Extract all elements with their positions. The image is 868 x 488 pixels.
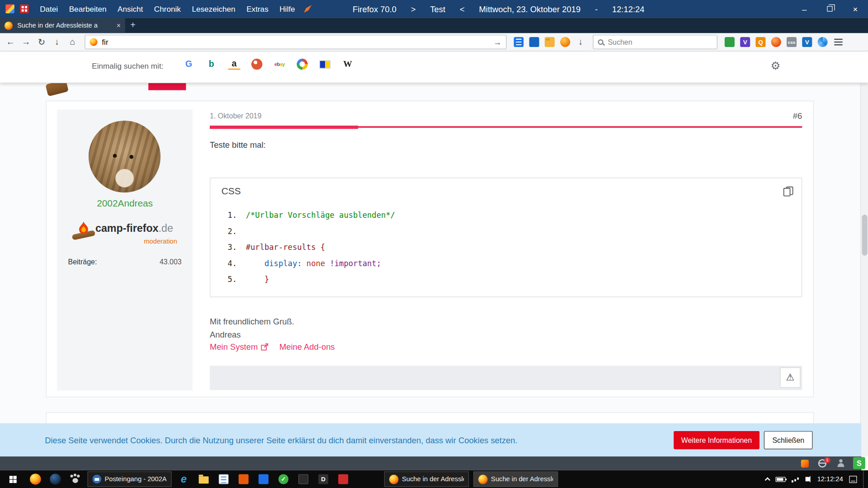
save-page-button[interactable]: ↓ bbox=[49, 34, 65, 50]
app-red-grid-icon[interactable] bbox=[20, 5, 29, 14]
taskbar-firefox-pinned[interactable] bbox=[25, 470, 45, 488]
battery-icon[interactable] bbox=[776, 477, 786, 482]
vertical-scrollbar[interactable] bbox=[860, 83, 868, 457]
post-text: Teste bitte mal: bbox=[210, 140, 266, 150]
tab-active[interactable]: Suche in der Adressleiste a × bbox=[0, 18, 125, 33]
blue-v-icon: V bbox=[802, 37, 812, 47]
screen: Datei Bearbeiten Ansicht Chronik Lesezei… bbox=[0, 0, 868, 488]
bookmarks-folder-button[interactable] bbox=[526, 34, 542, 50]
volume-icon[interactable] bbox=[806, 477, 809, 482]
sidebar-toggle-button[interactable] bbox=[511, 34, 526, 50]
scrollbar-thumb[interactable] bbox=[862, 215, 868, 256]
downloads-button[interactable]: ↓ bbox=[573, 34, 588, 50]
taskbar-media[interactable] bbox=[254, 470, 274, 488]
start-button[interactable] bbox=[0, 470, 25, 488]
css-badge-icon: css bbox=[787, 37, 797, 47]
gear-icon[interactable]: ⚙ bbox=[771, 59, 781, 72]
footer-orange-icon[interactable] bbox=[801, 460, 809, 468]
menu-datei[interactable]: Datei bbox=[34, 0, 64, 18]
menu-extras[interactable]: Extras bbox=[241, 0, 274, 18]
taskbar-office[interactable] bbox=[234, 470, 254, 488]
menu-chronik[interactable]: Chronik bbox=[149, 0, 187, 18]
line-number: 3. bbox=[210, 243, 237, 252]
app-flag-icon[interactable] bbox=[5, 5, 14, 14]
link-text: Meine Add-ons bbox=[279, 342, 335, 352]
search-engine-circle-icon[interactable] bbox=[296, 58, 308, 70]
taskbar-dictionary[interactable]: D bbox=[313, 470, 333, 488]
back-button[interactable]: ← bbox=[3, 34, 18, 50]
search-engine-leo-icon[interactable] bbox=[319, 58, 331, 70]
menu-ansicht[interactable]: Ansicht bbox=[112, 0, 149, 18]
ext-css-button[interactable]: css bbox=[784, 34, 799, 50]
taskbar-mail-window[interactable]: Posteingang - 2002An... bbox=[87, 471, 171, 487]
search-engine-bing-icon[interactable]: b bbox=[205, 58, 217, 70]
taskbar-dark-app[interactable] bbox=[45, 470, 65, 488]
ie-icon: e bbox=[181, 473, 187, 485]
orange-q-icon: Q bbox=[755, 37, 765, 47]
cookie-info-button[interactable]: Weitere Informationen bbox=[674, 431, 760, 449]
search-engine-wikipedia-icon[interactable]: W bbox=[342, 58, 354, 70]
tray-expand-icon[interactable] bbox=[765, 477, 770, 483]
ext-v-button[interactable]: V bbox=[737, 34, 753, 50]
user-icon[interactable] bbox=[837, 459, 844, 467]
go-arrow-icon[interactable]: → bbox=[493, 38, 501, 47]
title-time: 12:12:24 bbox=[612, 4, 644, 14]
tray-clock[interactable]: 12:12:24 bbox=[817, 475, 843, 483]
taskbar-dark-tool[interactable] bbox=[293, 470, 313, 488]
search-engine-ebay-icon[interactable]: ebay bbox=[274, 58, 286, 70]
action-center-icon[interactable] bbox=[849, 475, 857, 483]
ext-fox-button[interactable] bbox=[769, 34, 784, 50]
mein-system-link[interactable]: Mein System bbox=[210, 342, 268, 352]
restore-button[interactable] bbox=[817, 0, 842, 18]
home-button[interactable]: ⌂ bbox=[65, 34, 80, 50]
search-bar[interactable]: Suchen bbox=[593, 35, 717, 49]
screenshot-tool-icon[interactable]: S bbox=[853, 457, 865, 469]
ext-v2-button[interactable]: V bbox=[799, 34, 815, 50]
minimize-button[interactable]: – bbox=[792, 0, 817, 18]
taskbar-editor[interactable] bbox=[214, 470, 234, 488]
taskbar-paw-app[interactable] bbox=[65, 470, 85, 488]
author-name[interactable]: 2002Andreas bbox=[57, 198, 193, 209]
open-folder-button[interactable] bbox=[542, 34, 557, 50]
taskbar-red-app[interactable] bbox=[333, 470, 353, 488]
search-engine-duckduckgo-icon[interactable] bbox=[251, 58, 263, 70]
forward-button[interactable]: → bbox=[18, 34, 33, 50]
taskbar-ie[interactable]: e bbox=[174, 470, 193, 488]
ext-swirl-button[interactable] bbox=[815, 34, 830, 50]
firefox-icon bbox=[30, 474, 41, 484]
menu-button[interactable] bbox=[830, 34, 846, 50]
reload-button[interactable]: ↻ bbox=[34, 34, 49, 50]
ext-q-button[interactable]: Q bbox=[753, 34, 768, 50]
cookie-close-button[interactable]: Schließen bbox=[764, 431, 813, 449]
site-tld: .de bbox=[159, 222, 173, 234]
navigation-toolbar: ← → ↻ ↓ ⌂ fir → ↓ Suchen V Q css V bbox=[0, 33, 868, 51]
search-engine-amazon-icon[interactable]: a bbox=[228, 59, 240, 70]
menu-hilfe[interactable]: Hilfe bbox=[274, 0, 301, 18]
partial-site-logo bbox=[45, 83, 69, 97]
url-bar[interactable]: fir → bbox=[85, 35, 506, 49]
extension-orange-button[interactable] bbox=[557, 34, 573, 50]
avatar[interactable] bbox=[89, 121, 160, 192]
taskbar-firefox-window-2[interactable]: Suche in der Adresslei... bbox=[473, 471, 558, 487]
search-icon bbox=[598, 39, 603, 45]
taskbar-explorer[interactable] bbox=[194, 470, 214, 488]
taskbar-antivirus[interactable]: ✓ bbox=[274, 470, 293, 488]
url-input[interactable]: fir bbox=[102, 38, 493, 47]
taskbar-firefox-window-1[interactable]: Suche in der Adresslei... bbox=[384, 471, 469, 487]
partial-nav-highlight bbox=[148, 83, 186, 90]
post-number-link[interactable]: #6 bbox=[793, 111, 802, 121]
menu-lesezeichen[interactable]: Lesezeichen bbox=[186, 0, 241, 18]
network-icon[interactable] bbox=[792, 476, 799, 482]
ext-table-button[interactable] bbox=[722, 34, 737, 50]
search-engine-google-icon[interactable]: G bbox=[183, 58, 195, 70]
report-button[interactable]: ⚠ bbox=[780, 367, 800, 388]
meine-addons-link[interactable]: Meine Add-ons bbox=[279, 342, 335, 352]
new-tab-button[interactable]: + bbox=[125, 18, 141, 33]
close-button[interactable]: × bbox=[843, 0, 868, 18]
pencil-icon[interactable] bbox=[304, 5, 311, 13]
show-desktop-button[interactable] bbox=[863, 470, 866, 488]
tab-close-icon[interactable]: × bbox=[117, 21, 121, 29]
ebay-letter: y bbox=[282, 61, 285, 67]
menu-bearbeiten[interactable]: Bearbeiten bbox=[63, 0, 112, 18]
copy-icon[interactable] bbox=[783, 186, 793, 197]
